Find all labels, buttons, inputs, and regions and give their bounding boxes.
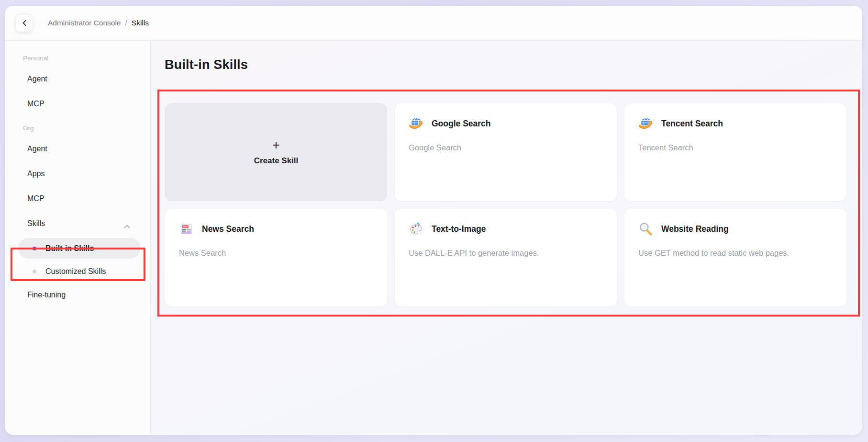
skills-grid: + Create Skill (165, 103, 846, 306)
sidebar-item-label: MCP (27, 100, 45, 108)
main-content: Built-in Skills + Create Skill (151, 41, 862, 435)
sidebar-item-label: Built-in Skills (45, 244, 94, 253)
skill-card-tencent-search[interactable]: Tencent Search Tencent Search (624, 103, 846, 201)
sidebar-item-label: Agent (27, 75, 47, 83)
skill-card-description: News Search (179, 249, 373, 258)
sidebar-item-label: Apps (27, 170, 45, 178)
skill-card-description: Google Search (409, 143, 603, 152)
breadcrumb: Administrator Console / Skills (48, 19, 149, 27)
sidebar-item-personal-mcp[interactable]: MCP (5, 91, 150, 116)
page-title: Built-in Skills (165, 57, 248, 72)
sidebar-item-org-mcp[interactable]: MCP (5, 186, 150, 211)
skill-card-description: Use GET method to read static web pages. (638, 249, 833, 258)
skill-card-title: News Search (202, 224, 254, 234)
skill-card-title: Website Reading (661, 224, 729, 234)
breadcrumb-separator: / (125, 19, 127, 27)
sidebar-group-personal: Personal (5, 53, 150, 64)
breadcrumb-parent[interactable]: Administrator Console (48, 19, 121, 27)
globe-search-icon (409, 116, 423, 131)
sidebar-item-label: MCP (27, 194, 45, 203)
inactive-dot-icon (33, 270, 36, 273)
sidebar-item-built-in-skills[interactable]: Built-in Skills (18, 238, 141, 259)
create-skill-card[interactable]: + Create Skill (165, 103, 387, 201)
sidebar-item-org-skills[interactable]: Skills (5, 211, 150, 236)
skill-card-news-search[interactable]: NEWS News Search News Search (165, 209, 387, 306)
magnifier-icon (638, 222, 653, 237)
active-dot-icon (33, 247, 36, 250)
sidebar-item-label: Skills (27, 219, 45, 228)
app-window: Administrator Console / Skills Personal … (5, 6, 862, 435)
sidebar-group-org: Org (5, 123, 150, 134)
sidebar-item-personal-agent[interactable]: Agent (5, 67, 150, 91)
sidebar-item-fine-tuning[interactable]: Fine-tuning (5, 283, 150, 307)
skill-card-text-to-image[interactable]: Text-to-Image Use DALL·E API to generate… (395, 209, 617, 306)
skill-card-description: Tencent Search (638, 143, 833, 152)
sidebar-item-label: Agent (27, 145, 47, 153)
skill-card-google-search[interactable]: Google Search Google Search (395, 103, 617, 201)
sidebar-item-label: Customized Skills (45, 267, 106, 276)
sidebar-item-org-apps[interactable]: Apps (5, 161, 150, 186)
skill-card-title: Google Search (432, 119, 491, 129)
breadcrumb-current: Skills (132, 19, 149, 27)
skill-card-title: Tencent Search (661, 119, 723, 129)
sidebar-item-label: Fine-tuning (27, 291, 66, 299)
create-skill-label: Create Skill (254, 156, 299, 166)
skill-card-title: Text-to-Image (432, 224, 486, 234)
chevron-left-icon (21, 19, 28, 27)
sidebar: Personal Agent MCP Org Agent Apps MCP Sk… (5, 41, 151, 435)
skill-card-description: Use DALL·E API to generate images. (409, 249, 603, 258)
palette-icon (409, 222, 423, 237)
plus-icon: + (272, 139, 280, 152)
top-bar: Administrator Console / Skills (5, 6, 862, 41)
sidebar-item-org-agent[interactable]: Agent (5, 136, 150, 161)
back-button[interactable] (15, 14, 33, 32)
skill-card-website-reading[interactable]: Website Reading Use GET method to read s… (624, 209, 846, 306)
chevron-up-icon[interactable] (124, 222, 130, 230)
svg-text:NEWS: NEWS (183, 226, 189, 228)
globe-search-icon (638, 116, 653, 131)
newspaper-icon: NEWS (179, 222, 194, 237)
sidebar-item-customized-skills[interactable]: Customized Skills (5, 261, 150, 283)
